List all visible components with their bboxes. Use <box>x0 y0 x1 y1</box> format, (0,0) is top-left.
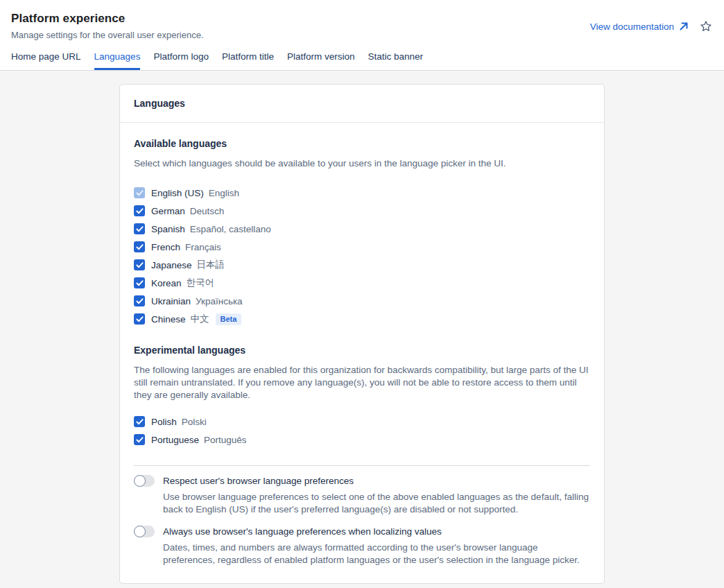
language-native-name: 日本語 <box>197 259 225 271</box>
language-row-french: French Français <box>134 238 590 256</box>
toggle-description: Use browser language preferences to sele… <box>163 491 590 516</box>
toggle-off-switch[interactable] <box>134 475 155 487</box>
toggle-line: Respect user's browser language preferen… <box>134 475 590 487</box>
available-languages-heading: Available languages <box>134 138 590 149</box>
language-native-name: Español, castellano <box>190 224 271 234</box>
view-documentation-label: View documentation <box>590 21 674 32</box>
experimental-languages-heading: Experimental languages <box>134 345 590 356</box>
checkbox-checked-icon[interactable] <box>134 241 145 252</box>
star-outline-icon[interactable] <box>699 19 713 33</box>
checkbox-checked-icon[interactable] <box>134 223 145 234</box>
available-languages-list: English (US) English German Deutsch Span… <box>134 184 590 328</box>
tab-languages[interactable]: Languages <box>94 51 141 70</box>
language-row-polish: Polish Polski <box>134 413 590 431</box>
language-native-name: Polski <box>182 417 207 427</box>
checkbox-checked-icon[interactable] <box>134 295 145 306</box>
toggle-knob <box>134 526 146 537</box>
language-label: German Deutsch <box>151 206 224 216</box>
tab-platform-version[interactable]: Platform version <box>287 51 355 70</box>
toggle-row-always-use-browser-s-language-preferences-when-localizing-values: Always use browser's language preference… <box>134 526 590 567</box>
language-name: Spanish <box>151 224 185 234</box>
browser-preference-toggles: Respect user's browser language preferen… <box>134 475 590 567</box>
language-native-name: 한국어 <box>187 277 215 289</box>
language-name: Japanese <box>151 260 192 270</box>
beta-badge: Beta <box>216 313 242 325</box>
languages-card: Languages Available languages Select whi… <box>119 84 605 584</box>
page-content: Languages Available languages Select whi… <box>0 71 724 588</box>
checkbox-checked-icon[interactable] <box>134 277 145 288</box>
tab-platform-title[interactable]: Platform title <box>222 51 274 70</box>
tab-bar: Home page URL Languages Platform logo Pl… <box>11 51 713 70</box>
toggle-knob <box>134 475 146 487</box>
toggle-label: Always use browser's language preference… <box>163 526 442 537</box>
language-name: German <box>151 206 185 216</box>
experimental-languages-list: Polish Polski Portuguese Português <box>134 413 590 449</box>
language-row-japanese: Japanese 日本語 <box>134 256 590 274</box>
language-label: French Français <box>151 242 221 252</box>
language-native-name: English <box>209 188 239 198</box>
experimental-languages-description: The following languages are enabled for … <box>134 364 590 401</box>
language-name: French <box>151 242 180 252</box>
language-label: Japanese 日本語 <box>151 259 225 271</box>
checkbox-checked-icon[interactable] <box>134 259 145 270</box>
page-header: Platform experience Manage settings for … <box>0 0 724 71</box>
language-label: Spanish Español, castellano <box>151 224 271 234</box>
toggle-off-switch[interactable] <box>134 526 155 537</box>
tab-static-banner[interactable]: Static banner <box>368 51 424 70</box>
language-row-spanish: Spanish Español, castellano <box>134 220 590 238</box>
language-row-portuguese: Portuguese Português <box>134 431 590 449</box>
language-label: English (US) English <box>151 188 239 198</box>
checkbox-checked-icon[interactable] <box>134 313 145 325</box>
card-body: Available languages Select which languag… <box>120 123 604 583</box>
checkbox-checked-icon[interactable] <box>134 416 145 427</box>
language-label: Ukrainian Українська <box>151 296 243 306</box>
language-native-name: Português <box>204 435 247 445</box>
header-actions: View documentation <box>590 19 713 33</box>
language-label: Polish Polski <box>151 417 207 427</box>
checkbox-checked-icon[interactable] <box>134 187 145 198</box>
tab-home-page-url[interactable]: Home page URL <box>11 51 81 70</box>
toggle-description: Dates, times, and numbers are always for… <box>163 542 590 567</box>
language-row-german: German Deutsch <box>134 202 590 220</box>
language-native-name: Українська <box>196 296 243 306</box>
toggle-line: Always use browser's language preference… <box>134 526 590 537</box>
language-name: Portuguese <box>151 435 199 445</box>
language-row-english-us: English (US) English <box>134 184 590 202</box>
language-native-name: Deutsch <box>190 206 225 216</box>
view-documentation-link[interactable]: View documentation <box>590 21 689 32</box>
language-name: Ukrainian <box>151 296 191 306</box>
section-divider <box>134 465 590 466</box>
toggle-label: Respect user's browser language preferen… <box>163 476 354 486</box>
language-native-name: Français <box>185 242 221 252</box>
language-name: Polish <box>151 417 177 427</box>
language-label: Korean 한국어 <box>151 277 214 289</box>
language-native-name: 中文 <box>191 313 209 325</box>
language-row-chinese: Chinese 中文 Beta <box>134 310 590 328</box>
toggle-row-respect-user-s-browser-language-preferences: Respect user's browser language preferen… <box>134 475 590 516</box>
external-link-arrow-icon <box>678 21 689 32</box>
language-row-ukrainian: Ukrainian Українська <box>134 292 590 310</box>
checkbox-checked-icon[interactable] <box>134 434 145 445</box>
language-name: Chinese <box>151 314 186 325</box>
tab-platform-logo[interactable]: Platform logo <box>153 51 209 70</box>
language-label: Portuguese Português <box>151 435 247 445</box>
language-name: English (US) <box>151 188 204 198</box>
checkbox-checked-icon[interactable] <box>134 205 145 216</box>
language-label: Chinese 中文 Beta <box>151 313 241 325</box>
language-row-korean: Korean 한국어 <box>134 274 590 292</box>
card-title: Languages <box>120 85 604 123</box>
available-languages-description: Select which languages should be availab… <box>134 157 590 170</box>
language-name: Korean <box>151 278 182 288</box>
